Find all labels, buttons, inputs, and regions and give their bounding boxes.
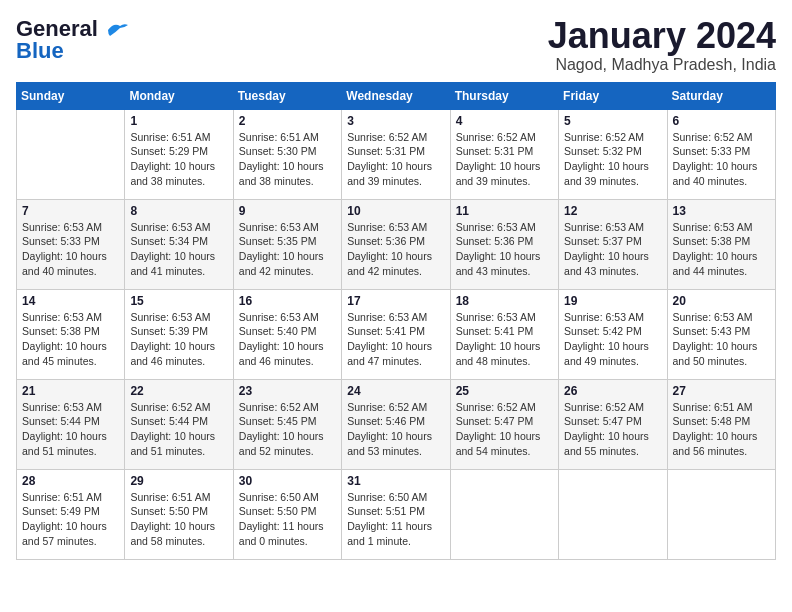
calendar-cell: 23Sunrise: 6:52 AMSunset: 5:45 PMDayligh… (233, 379, 341, 469)
header-tuesday: Tuesday (233, 82, 341, 109)
calendar-cell: 24Sunrise: 6:52 AMSunset: 5:46 PMDayligh… (342, 379, 450, 469)
day-info: Sunrise: 6:53 AMSunset: 5:37 PMDaylight:… (564, 220, 661, 279)
day-number: 30 (239, 474, 336, 488)
day-number: 28 (22, 474, 119, 488)
calendar-cell: 11Sunrise: 6:53 AMSunset: 5:36 PMDayligh… (450, 199, 558, 289)
calendar-cell: 15Sunrise: 6:53 AMSunset: 5:39 PMDayligh… (125, 289, 233, 379)
day-info: Sunrise: 6:52 AMSunset: 5:31 PMDaylight:… (456, 130, 553, 189)
logo-text-blue: Blue (16, 38, 64, 64)
calendar-cell: 25Sunrise: 6:52 AMSunset: 5:47 PMDayligh… (450, 379, 558, 469)
calendar-cell: 29Sunrise: 6:51 AMSunset: 5:50 PMDayligh… (125, 469, 233, 559)
calendar-week-3: 14Sunrise: 6:53 AMSunset: 5:38 PMDayligh… (17, 289, 776, 379)
day-info: Sunrise: 6:52 AMSunset: 5:47 PMDaylight:… (564, 400, 661, 459)
calendar-cell (17, 109, 125, 199)
day-number: 21 (22, 384, 119, 398)
day-info: Sunrise: 6:51 AMSunset: 5:50 PMDaylight:… (130, 490, 227, 549)
day-info: Sunrise: 6:53 AMSunset: 5:44 PMDaylight:… (22, 400, 119, 459)
calendar-cell: 2Sunrise: 6:51 AMSunset: 5:30 PMDaylight… (233, 109, 341, 199)
calendar-cell: 30Sunrise: 6:50 AMSunset: 5:50 PMDayligh… (233, 469, 341, 559)
logo: General Blue (16, 16, 128, 64)
day-info: Sunrise: 6:51 AMSunset: 5:48 PMDaylight:… (673, 400, 770, 459)
day-number: 6 (673, 114, 770, 128)
calendar-cell: 26Sunrise: 6:52 AMSunset: 5:47 PMDayligh… (559, 379, 667, 469)
day-number: 23 (239, 384, 336, 398)
calendar-cell: 20Sunrise: 6:53 AMSunset: 5:43 PMDayligh… (667, 289, 775, 379)
day-info: Sunrise: 6:52 AMSunset: 5:31 PMDaylight:… (347, 130, 444, 189)
calendar-cell: 6Sunrise: 6:52 AMSunset: 5:33 PMDaylight… (667, 109, 775, 199)
calendar-week-5: 28Sunrise: 6:51 AMSunset: 5:49 PMDayligh… (17, 469, 776, 559)
day-info: Sunrise: 6:52 AMSunset: 5:47 PMDaylight:… (456, 400, 553, 459)
calendar-cell (559, 469, 667, 559)
day-info: Sunrise: 6:53 AMSunset: 5:40 PMDaylight:… (239, 310, 336, 369)
calendar-cell: 16Sunrise: 6:53 AMSunset: 5:40 PMDayligh… (233, 289, 341, 379)
header-wednesday: Wednesday (342, 82, 450, 109)
day-info: Sunrise: 6:51 AMSunset: 5:30 PMDaylight:… (239, 130, 336, 189)
calendar-cell: 13Sunrise: 6:53 AMSunset: 5:38 PMDayligh… (667, 199, 775, 289)
day-info: Sunrise: 6:53 AMSunset: 5:35 PMDaylight:… (239, 220, 336, 279)
day-number: 13 (673, 204, 770, 218)
day-info: Sunrise: 6:52 AMSunset: 5:44 PMDaylight:… (130, 400, 227, 459)
calendar-cell: 19Sunrise: 6:53 AMSunset: 5:42 PMDayligh… (559, 289, 667, 379)
day-number: 10 (347, 204, 444, 218)
day-info: Sunrise: 6:52 AMSunset: 5:45 PMDaylight:… (239, 400, 336, 459)
day-number: 22 (130, 384, 227, 398)
calendar-cell: 18Sunrise: 6:53 AMSunset: 5:41 PMDayligh… (450, 289, 558, 379)
day-info: Sunrise: 6:53 AMSunset: 5:41 PMDaylight:… (347, 310, 444, 369)
day-number: 17 (347, 294, 444, 308)
day-number: 7 (22, 204, 119, 218)
day-number: 9 (239, 204, 336, 218)
calendar-header-row: SundayMondayTuesdayWednesdayThursdayFrid… (17, 82, 776, 109)
day-info: Sunrise: 6:52 AMSunset: 5:32 PMDaylight:… (564, 130, 661, 189)
day-number: 18 (456, 294, 553, 308)
calendar-cell: 4Sunrise: 6:52 AMSunset: 5:31 PMDaylight… (450, 109, 558, 199)
day-number: 12 (564, 204, 661, 218)
day-number: 19 (564, 294, 661, 308)
calendar-cell: 3Sunrise: 6:52 AMSunset: 5:31 PMDaylight… (342, 109, 450, 199)
calendar-cell: 27Sunrise: 6:51 AMSunset: 5:48 PMDayligh… (667, 379, 775, 469)
day-number: 27 (673, 384, 770, 398)
calendar-cell: 28Sunrise: 6:51 AMSunset: 5:49 PMDayligh… (17, 469, 125, 559)
calendar-cell: 1Sunrise: 6:51 AMSunset: 5:29 PMDaylight… (125, 109, 233, 199)
location-title: Nagod, Madhya Pradesh, India (548, 56, 776, 74)
calendar-cell: 5Sunrise: 6:52 AMSunset: 5:32 PMDaylight… (559, 109, 667, 199)
day-number: 20 (673, 294, 770, 308)
day-info: Sunrise: 6:53 AMSunset: 5:36 PMDaylight:… (347, 220, 444, 279)
page-header: General Blue January 2024 Nagod, Madhya … (16, 16, 776, 74)
calendar-cell: 12Sunrise: 6:53 AMSunset: 5:37 PMDayligh… (559, 199, 667, 289)
header-friday: Friday (559, 82, 667, 109)
day-info: Sunrise: 6:53 AMSunset: 5:34 PMDaylight:… (130, 220, 227, 279)
day-info: Sunrise: 6:50 AMSunset: 5:50 PMDaylight:… (239, 490, 336, 549)
day-info: Sunrise: 6:53 AMSunset: 5:39 PMDaylight:… (130, 310, 227, 369)
header-monday: Monday (125, 82, 233, 109)
day-info: Sunrise: 6:53 AMSunset: 5:38 PMDaylight:… (22, 310, 119, 369)
day-number: 11 (456, 204, 553, 218)
day-info: Sunrise: 6:50 AMSunset: 5:51 PMDaylight:… (347, 490, 444, 549)
day-number: 15 (130, 294, 227, 308)
day-info: Sunrise: 6:53 AMSunset: 5:38 PMDaylight:… (673, 220, 770, 279)
calendar-cell: 14Sunrise: 6:53 AMSunset: 5:38 PMDayligh… (17, 289, 125, 379)
calendar-cell: 8Sunrise: 6:53 AMSunset: 5:34 PMDaylight… (125, 199, 233, 289)
day-info: Sunrise: 6:53 AMSunset: 5:33 PMDaylight:… (22, 220, 119, 279)
day-info: Sunrise: 6:52 AMSunset: 5:33 PMDaylight:… (673, 130, 770, 189)
calendar-cell: 9Sunrise: 6:53 AMSunset: 5:35 PMDaylight… (233, 199, 341, 289)
day-number: 3 (347, 114, 444, 128)
day-info: Sunrise: 6:51 AMSunset: 5:29 PMDaylight:… (130, 130, 227, 189)
calendar-table: SundayMondayTuesdayWednesdayThursdayFrid… (16, 82, 776, 560)
calendar-cell: 22Sunrise: 6:52 AMSunset: 5:44 PMDayligh… (125, 379, 233, 469)
calendar-cell: 10Sunrise: 6:53 AMSunset: 5:36 PMDayligh… (342, 199, 450, 289)
day-number: 4 (456, 114, 553, 128)
title-area: January 2024 Nagod, Madhya Pradesh, Indi… (548, 16, 776, 74)
day-number: 29 (130, 474, 227, 488)
logo-bird-icon (106, 22, 128, 38)
day-number: 31 (347, 474, 444, 488)
calendar-week-1: 1Sunrise: 6:51 AMSunset: 5:29 PMDaylight… (17, 109, 776, 199)
calendar-cell: 21Sunrise: 6:53 AMSunset: 5:44 PMDayligh… (17, 379, 125, 469)
day-number: 24 (347, 384, 444, 398)
day-number: 5 (564, 114, 661, 128)
calendar-week-2: 7Sunrise: 6:53 AMSunset: 5:33 PMDaylight… (17, 199, 776, 289)
day-info: Sunrise: 6:53 AMSunset: 5:41 PMDaylight:… (456, 310, 553, 369)
day-number: 14 (22, 294, 119, 308)
day-info: Sunrise: 6:52 AMSunset: 5:46 PMDaylight:… (347, 400, 444, 459)
day-info: Sunrise: 6:53 AMSunset: 5:42 PMDaylight:… (564, 310, 661, 369)
day-number: 2 (239, 114, 336, 128)
